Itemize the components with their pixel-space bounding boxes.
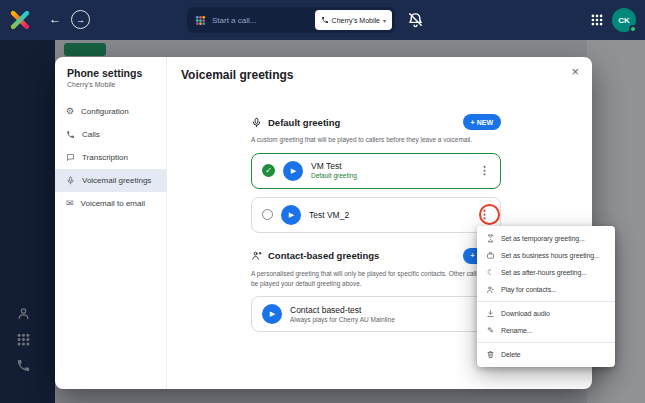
radio-unselected[interactable] [262, 209, 273, 220]
greeting-name: Test VM_2 [309, 210, 349, 220]
section-description: A custom greeting that will be played to… [251, 135, 501, 145]
menu-item-rename[interactable]: ✎ Rename... [477, 322, 615, 339]
trash-icon [486, 350, 495, 359]
menu-item-set-temporary[interactable]: Set as temporary greeting... [477, 230, 615, 247]
sidebar-item-calls[interactable]: Calls [55, 123, 166, 146]
menu-item-label: Set as business hours greeting... [501, 252, 600, 259]
close-icon[interactable]: × [571, 64, 579, 79]
section-title: Default greeting [268, 117, 340, 128]
app-window: ← → Start a call... Cherry's Mobile ▾ C [0, 0, 645, 403]
menu-item-label: Play for contacts... [501, 286, 557, 293]
greeting-context-menu: Set as temporary greeting... Set as busi… [477, 226, 615, 367]
play-button[interactable]: ▶ [281, 205, 301, 225]
greetings-content: Default greeting + NEW A custom greeting… [251, 113, 501, 332]
plus-icon: + [471, 119, 475, 126]
play-button[interactable]: ▶ [283, 161, 303, 181]
sidebar-item-transcription[interactable]: Transcription [55, 146, 166, 169]
presence-dot [629, 25, 637, 33]
mail-icon: ✉ [66, 199, 74, 208]
sidebar-item-label: Configuration [81, 107, 129, 116]
menu-item-set-after-hours[interactable]: ☾ Set as after-hours greeting... [477, 264, 615, 281]
moon-icon: ☾ [486, 268, 495, 277]
download-icon [486, 309, 495, 318]
briefcase-icon [486, 251, 495, 260]
hourglass-icon [486, 234, 495, 243]
sidebar-item-configuration[interactable]: ⚙ Configuration [55, 100, 166, 123]
page-title: Voicemail greetings [181, 68, 293, 82]
phone-icon [321, 16, 329, 24]
play-button[interactable]: ▶ [262, 304, 282, 324]
chevron-down-icon: ▾ [383, 17, 386, 24]
greeting-row-contact-based-test[interactable]: ▶ Contact based-test Always plays for Ch… [251, 296, 501, 332]
greeting-text: Test VM_2 [309, 210, 349, 220]
greeting-name: Contact based-test [290, 305, 395, 315]
sidebar-item-voicemail-greetings[interactable]: Voicemail greetings [55, 169, 166, 192]
greeting-name: VM Test [311, 161, 357, 171]
gear-icon: ⚙ [66, 107, 74, 116]
menu-item-label: Download audio [501, 310, 550, 317]
greeting-row-test-vm2[interactable]: ▶ Test VM_2 ⋮ [251, 197, 501, 233]
start-call-bar[interactable]: Start a call... Cherry's Mobile ▾ [187, 7, 395, 33]
play-icon: ▶ [289, 211, 294, 219]
settings-subtitle: Cherry's Mobile [55, 81, 166, 88]
person-add-icon [251, 250, 262, 261]
menu-item-label: Set as after-hours greeting... [501, 269, 587, 276]
dialer-grid-icon [195, 15, 206, 26]
click-annotation-circle [479, 204, 500, 225]
topbar: ← → Start a call... Cherry's Mobile ▾ C [0, 0, 645, 40]
forward-button[interactable]: → [71, 10, 90, 29]
greeting-text: VM Test Default greeting [311, 161, 357, 180]
forward-arrow-icon: → [76, 15, 85, 25]
nextiva-x-logo[interactable] [9, 9, 31, 31]
greeting-subtitle: Always plays for Cherry AU Mainline [290, 316, 395, 324]
menu-item-delete[interactable]: Delete [477, 346, 615, 363]
section-title: Contact-based greetings [268, 250, 379, 261]
contact-greetings-header: Contact-based greetings + NEW [251, 247, 501, 265]
sidebar-item-label: Transcription [82, 153, 128, 162]
avatar-initials: CK [618, 16, 630, 25]
more-options-icon[interactable]: ⋮ [479, 165, 490, 176]
new-greeting-button[interactable]: + NEW [463, 114, 501, 130]
mic-icon [66, 176, 75, 185]
back-button[interactable]: ← [49, 12, 61, 26]
contact-play-icon [486, 285, 495, 294]
greeting-row-vm-test[interactable]: ✓ ▶ VM Test Default greeting ⋮ [251, 153, 501, 189]
plus-icon: + [471, 252, 475, 259]
check-glyph: ✓ [265, 166, 272, 175]
line-selector[interactable]: Cherry's Mobile ▾ [315, 10, 392, 30]
sidebar-item-label: Voicemail to email [81, 199, 145, 208]
menu-item-set-business-hours[interactable]: Set as business hours greeting... [477, 247, 615, 264]
settings-sidebar: Phone settings Cherry's Mobile ⚙ Configu… [55, 57, 167, 389]
line-selector-label: Cherry's Mobile [332, 17, 380, 24]
menu-item-label: Set as temporary greeting... [501, 235, 585, 242]
greeting-subtitle: Default greeting [311, 172, 357, 180]
menu-item-download-audio[interactable]: Download audio [477, 305, 615, 322]
default-greeting-header: Default greeting + NEW [251, 113, 501, 131]
greeting-text: Contact based-test Always plays for Cher… [290, 305, 395, 324]
mic-icon [251, 117, 262, 128]
start-call-placeholder: Start a call... [212, 16, 309, 25]
sidebar-item-voicemail-to-email[interactable]: ✉ Voicemail to email [55, 192, 166, 215]
settings-nav: ⚙ Configuration Calls Transcription [55, 100, 166, 215]
avatar[interactable]: CK [612, 8, 636, 32]
apps-grid-icon[interactable] [590, 13, 604, 27]
sidebar-item-label: Calls [82, 130, 100, 139]
play-icon: ▶ [270, 310, 275, 318]
menu-item-play-for-contacts[interactable]: Play for contacts... [477, 281, 615, 298]
selected-check-icon: ✓ [262, 164, 275, 177]
sidebar-item-label: Voicemail greetings [82, 176, 151, 185]
menu-divider [477, 342, 615, 343]
menu-item-label: Delete [501, 351, 521, 358]
new-button-label: NEW [477, 119, 493, 126]
play-icon: ▶ [291, 167, 296, 175]
notifications-muted-icon[interactable] [407, 11, 424, 28]
settings-title: Phone settings [55, 67, 166, 79]
phone-icon [66, 130, 75, 139]
section-description: A personalised greeting that will only b… [251, 269, 501, 289]
chat-icon [66, 153, 75, 162]
pencil-icon: ✎ [486, 326, 495, 335]
menu-item-label: Rename... [501, 327, 532, 334]
menu-divider [477, 301, 615, 302]
